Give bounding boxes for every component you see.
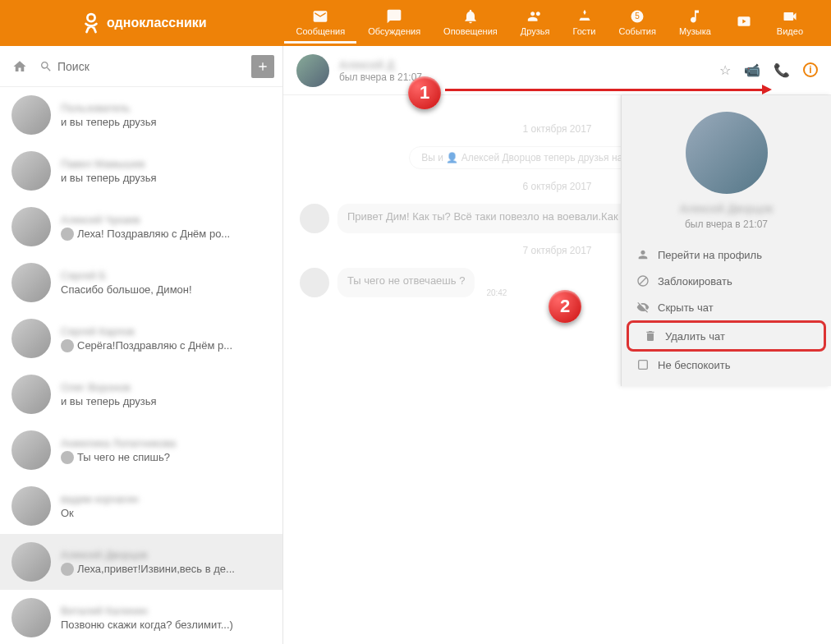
- message-avatar: [300, 268, 329, 297]
- avatar: [11, 95, 51, 135]
- chat-item[interactable]: Сергей КарповСерёга!Поздравляю с Днём р.…: [0, 310, 282, 366]
- chat-item-name: Анжелика Лопатникова: [61, 437, 271, 449]
- svg-rect-4: [639, 361, 648, 370]
- nav-events[interactable]: 5События: [608, 3, 668, 44]
- chat-item[interactable]: Сергей БСпасибо большое, Димон!: [0, 255, 282, 310]
- chat-item-name: Олег Воронов: [61, 381, 271, 393]
- star-icon[interactable]: ☆: [719, 62, 731, 78]
- chat-item-message: Леха! Поздравляю с Днём ро...: [61, 228, 271, 241]
- annotation-callout-2: 2: [549, 290, 581, 323]
- chat-item-message: Серёга!Поздравляю с Днём р...: [61, 339, 271, 352]
- profile-panel: Алексей Дворцов был вчера в 21:07 Перейт…: [621, 95, 831, 386]
- message-time: 20:42: [486, 288, 507, 297]
- annotation-callout-1: 1: [408, 76, 441, 109]
- nav-chat[interactable]: Обсуждения: [356, 3, 432, 44]
- avatar: [11, 598, 51, 637]
- chat-item-message: и вы теперь друзья: [61, 116, 271, 128]
- avatar: [11, 151, 51, 191]
- chat-item[interactable]: Павел Мамышеви вы теперь друзья: [0, 143, 282, 199]
- message-bubble: Ты чего не отвечаешь ?: [337, 268, 475, 297]
- nav-video[interactable]: Видео: [765, 3, 815, 44]
- nav-guests[interactable]: Гости: [561, 3, 607, 44]
- avatar: [11, 430, 51, 470]
- chat-item[interactable]: Олег Воронови вы теперь друзья: [0, 366, 282, 422]
- mini-avatar: [61, 451, 74, 464]
- site-name: одноклассники: [107, 16, 207, 30]
- mini-avatar: [61, 563, 74, 576]
- site-logo[interactable]: одноклассники: [82, 12, 207, 34]
- chat-item[interactable]: вадим корчагинОк: [0, 478, 282, 534]
- avatar: [11, 486, 51, 526]
- chat-item-message: Леха,привет!Извини,весь в де...: [61, 563, 271, 576]
- mini-avatar: [61, 228, 74, 241]
- chat-item-name: Алексей Дворцов: [61, 549, 271, 561]
- avatar: [11, 375, 51, 414]
- profile-name: Алексей Дворцов: [622, 202, 831, 215]
- video-call-icon[interactable]: 📹: [744, 62, 760, 78]
- chat-user-name: Алексей Д: [339, 58, 422, 71]
- chat-item-name: Сергей Б: [61, 269, 271, 282]
- chat-item-name: Павел Мамышев: [61, 158, 271, 170]
- avatar: [11, 207, 51, 246]
- chat-item-message: и вы теперь друзья: [61, 395, 271, 407]
- chat-item[interactable]: Пользовательи вы теперь друзья: [0, 87, 282, 143]
- panel-dnd[interactable]: Не беспокоить: [622, 352, 831, 378]
- chat-user-status: был вчера в 21:07: [339, 71, 422, 83]
- annotation-arrow: [445, 89, 769, 91]
- call-icon[interactable]: 📞: [774, 62, 790, 78]
- profile-status: был вчера в 21:07: [622, 218, 831, 230]
- profile-avatar[interactable]: [686, 112, 768, 194]
- chat-item[interactable]: Анжелика ЛопатниковаТы чего не спишь?: [0, 422, 282, 478]
- chat-item-message: Ок: [61, 507, 271, 519]
- chat-item[interactable]: Алексей ДворцовЛеха,привет!Извини,весь в…: [0, 534, 282, 590]
- top-navigation: одноклассники СообщенияОбсужденияОповеще…: [0, 0, 831, 46]
- avatar: [11, 319, 51, 358]
- add-button[interactable]: [251, 55, 274, 78]
- nav-play[interactable]: [723, 3, 765, 44]
- chat-header: Алексей Д был вчера в 21:07 ☆ 📹 📞 i: [283, 46, 831, 95]
- panel-user[interactable]: Перейти на профиль: [622, 242, 831, 268]
- svg-text:5: 5: [635, 12, 640, 21]
- avatar: [11, 263, 51, 302]
- panel-trash[interactable]: Удалить чат: [627, 320, 826, 352]
- avatar: [11, 542, 51, 582]
- chat-item[interactable]: Виталий КалининПозвоню скажи когда? безл…: [0, 590, 282, 644]
- chat-item-name: Сергей Карпов: [61, 325, 271, 338]
- chat-item-message: Ты чего не спишь?: [61, 451, 271, 464]
- sidebar: Пользовательи вы теперь друзьяПавел Мамы…: [0, 46, 283, 644]
- chat-item[interactable]: Алексей ЧукаевЛеха! Поздравляю с Днём ро…: [0, 199, 282, 255]
- svg-point-0: [87, 14, 94, 21]
- chat-list: Пользовательи вы теперь друзьяПавел Мамы…: [0, 87, 282, 644]
- chat-item-name: Алексей Чукаев: [61, 214, 271, 226]
- chat-item-name: Пользователь: [61, 102, 271, 114]
- chat-avatar[interactable]: [296, 54, 329, 87]
- nav-mail[interactable]: Сообщения: [284, 3, 356, 44]
- mini-avatar: [61, 339, 74, 352]
- chat-item-name: Виталий Калинин: [61, 605, 271, 617]
- chat-item-message: и вы теперь друзья: [61, 172, 271, 184]
- nav-music[interactable]: Музыка: [668, 3, 723, 44]
- info-button[interactable]: i: [803, 62, 818, 77]
- nav-friends[interactable]: Друзья: [509, 3, 562, 44]
- message-avatar: [300, 204, 329, 233]
- panel-hide[interactable]: Скрыть чат: [622, 294, 831, 320]
- chat-item-message: Позвоню скажи когда? безлимит...): [61, 619, 271, 631]
- home-button[interactable]: [8, 55, 31, 78]
- panel-block[interactable]: Заблокировать: [622, 268, 831, 294]
- nav-bell[interactable]: Оповещения: [432, 3, 509, 44]
- chat-item-name: вадим корчагин: [61, 493, 271, 505]
- search-input[interactable]: [39, 60, 243, 73]
- chat-item-message: Спасибо большое, Димон!: [61, 283, 271, 296]
